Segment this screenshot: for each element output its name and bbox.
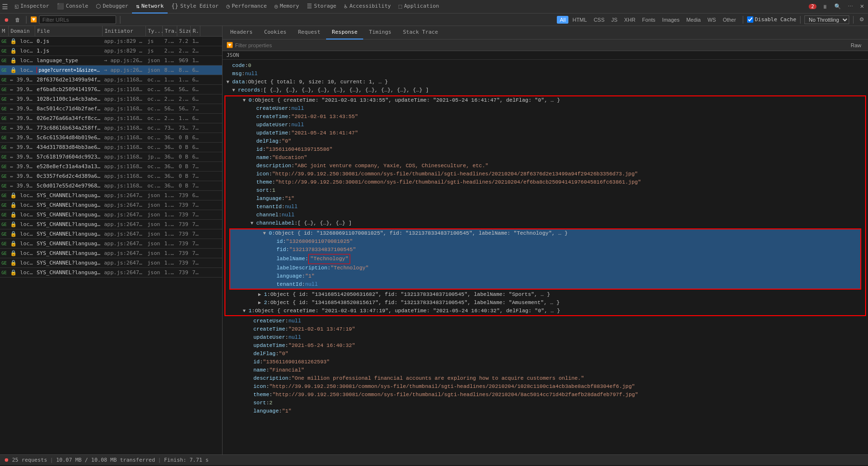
filter-type-media[interactable]: Media <box>684 16 704 24</box>
json-line[interactable]: createTime: "2021-02-01 13:43:55" <box>225 113 865 121</box>
pause-button[interactable]: ⏸ <box>820 3 829 11</box>
table-row[interactable]: GE ✏ 39.9... e528e8efc31a4a43a13c53cac23… <box>0 162 222 172</box>
json-line[interactable]: language: "1" <box>230 272 860 280</box>
json-line[interactable]: labelDescription: "Technology" <box>230 264 860 272</box>
more-button[interactable]: ⋯ <box>846 2 855 11</box>
devtools-tab-debugger[interactable]: ⬡Debugger <box>92 0 132 13</box>
json-line[interactable]: labelName: "Technology" <box>230 254 860 264</box>
tree-toggle[interactable]: ▼ <box>250 219 256 227</box>
detail-tab-stack-trace[interactable]: Stack Trace <box>397 26 444 40</box>
filter-type-other[interactable]: Other <box>720 16 739 24</box>
json-line[interactable]: id: "135611604613971558­6" <box>225 146 865 154</box>
json-line[interactable]: msg: null <box>223 70 868 78</box>
json-line[interactable]: tenantId: null <box>230 280 860 289</box>
json-line[interactable]: delFlag: "0" <box>225 137 865 146</box>
throttle-select[interactable]: No Throttling <box>804 15 849 24</box>
json-line[interactable]: ▼0: Object { createTime: "2021-02-01 13:… <box>225 96 865 105</box>
json-line[interactable]: ▼channelLabel: [ {…}, {…}, {…} ] <box>225 219 865 227</box>
tree-toggle[interactable]: ▼ <box>243 307 249 315</box>
json-line[interactable]: sort: 2 <box>223 399 868 407</box>
devtools-tab-style-editor[interactable]: {}Style Editor <box>168 0 223 13</box>
tree-toggle[interactable]: ▼ <box>226 78 232 86</box>
json-line[interactable]: theme: "http://39.99.192.250:30081/commo… <box>225 178 865 186</box>
json-line[interactable]: createTime: "2021-02-01 13:47:19" <box>223 325 868 333</box>
filter-input[interactable] <box>39 15 116 24</box>
devtools-tab-inspector[interactable]: ◱Inspector <box>11 0 53 13</box>
json-line[interactable]: ▶2: Object { id: "1341685438520815617", … <box>225 299 865 307</box>
json-line[interactable]: updateTime: "2021-05-24 16:41:47" <box>225 129 865 137</box>
json-line[interactable]: icon: "http://39.99.192.250:30081/common… <box>223 383 868 391</box>
filter-type-js[interactable]: JS <box>608 16 620 24</box>
filter-type-images[interactable]: Images <box>659 16 683 24</box>
json-line[interactable]: ▶1: Object { id: "1341685142050631682", … <box>225 291 865 299</box>
detail-tab-request[interactable]: Request <box>292 26 326 40</box>
table-row[interactable]: GE ✏ 39.9... 57c618197d604dc99232ed3fd0d… <box>0 152 222 162</box>
col-header-domain[interactable]: Domain <box>9 26 35 36</box>
tree-toggle[interactable]: ▶ <box>258 299 264 307</box>
json-line[interactable]: channel: null <box>225 211 865 219</box>
json-line[interactable]: name: "Education" <box>225 154 865 162</box>
filter-type-all[interactable]: All <box>557 16 568 24</box>
json-line[interactable]: description: "ABC joint venture company,… <box>225 162 865 170</box>
record-button[interactable]: ⏺ <box>2 16 11 24</box>
json-line[interactable]: code: 0 <box>223 62 868 70</box>
col-header-size[interactable]: Size <box>177 26 191 36</box>
table-row[interactable]: GE 🔒 loca... SYS_CHANNEL?language= app.j… <box>0 268 222 278</box>
col-header-method[interactable]: M <box>0 26 9 36</box>
close-button[interactable]: ✕ <box>858 2 866 11</box>
col-header-r[interactable]: R... <box>191 26 200 36</box>
json-line[interactable]: ▼1: Object { createTime: "2021-02-01 13:… <box>225 307 865 315</box>
table-row[interactable]: GE ✏ 39.9... 026e276a66a34fcf8cc3c825e2d… <box>0 114 222 123</box>
json-line[interactable]: description: "One million professional f… <box>223 374 868 383</box>
json-line[interactable]: id: "1356116901681262593" <box>223 358 868 366</box>
table-row[interactable]: GE 🔒 loca... SYS_CHANNEL?language= app.j… <box>0 200 222 210</box>
filter-type-ws[interactable]: WS <box>705 16 719 24</box>
devtools-tab-application[interactable]: ⬚Application <box>395 0 443 13</box>
devtools-tab-accessibility[interactable]: ♿Accessibility <box>340 0 395 13</box>
col-header-file[interactable]: File <box>35 26 103 36</box>
devtools-tab-console[interactable]: ⬛Console <box>53 0 92 13</box>
json-line[interactable]: sort: 1 <box>225 186 865 195</box>
table-row[interactable]: GE 🔒 loca... SYS_CHANNEL?language= app.j… <box>0 258 222 268</box>
response-filter-input[interactable] <box>235 42 846 48</box>
json-line[interactable]: ▼data: Object { total: 9, size: 10, curr… <box>223 78 868 86</box>
json-line[interactable]: id: "1326806911070081025" <box>230 238 860 246</box>
table-row[interactable]: GE 🔒 loca... SYS_CHANNEL?language= app.j… <box>0 239 222 249</box>
detail-tab-timings[interactable]: Timings <box>363 26 397 40</box>
table-row[interactable]: GE ✏ 39.9... 0c3357fe6d2c4d389a61a7ac36e… <box>0 172 222 181</box>
json-line[interactable]: updateTime: "2021-05-24 16:40:32" <box>223 342 868 350</box>
devtools-tab-memory[interactable]: ◎Memory <box>271 0 303 13</box>
table-row[interactable]: GE ✏ 39.9... 8ac5014cc71d4b2faefb28dadfe… <box>0 104 222 114</box>
json-line[interactable]: createUser: null <box>223 317 868 325</box>
tree-toggle[interactable]: ▼ <box>243 96 249 105</box>
table-row[interactable]: GE ✏ 39.9... 1028c1100c1a4cb3abe8acbf883… <box>0 94 222 104</box>
tree-toggle[interactable]: ▼ <box>263 229 269 238</box>
json-line[interactable]: ▼0: Object { id: "13268069110700810­25",… <box>230 229 860 238</box>
json-line[interactable]: fid: "1321378334837100545" <box>230 246 860 254</box>
table-row[interactable]: GE 🔒 loca... language_type → app.js:2647… <box>0 56 222 66</box>
search-button[interactable]: 🔍 <box>832 2 843 11</box>
filter-type-fonts[interactable]: Fonts <box>639 16 658 24</box>
filter-type-css[interactable]: CSS <box>591 16 607 24</box>
col-header-type[interactable]: Ty... <box>146 26 163 36</box>
json-line[interactable]: language: "1" <box>223 407 868 415</box>
clear-button[interactable]: 🗑 <box>13 16 22 24</box>
col-header-trans[interactable]: Tra... <box>163 26 177 36</box>
devtools-tab-storage[interactable]: ☰Storage <box>303 0 340 13</box>
tree-toggle[interactable]: ▼ <box>232 86 238 94</box>
detail-tab-headers[interactable]: Headers <box>224 26 258 40</box>
table-row[interactable]: GE 🔒 loca... SYS_CHANNEL?language= app.j… <box>0 220 222 229</box>
table-row[interactable]: GE 🔒 loca... SYS_CHANNEL?language= app.j… <box>0 210 222 220</box>
tree-toggle[interactable]: ▶ <box>258 291 264 299</box>
disable-cache-checkbox[interactable] <box>747 16 753 23</box>
disable-cache-label[interactable]: Disable Cache <box>747 16 796 23</box>
detail-tab-response[interactable]: Response <box>326 26 363 40</box>
table-row[interactable]: GE ✏ 39.9... 773c68616b634a258ffaaf4701a… <box>0 123 222 133</box>
json-line[interactable]: tenantId: null <box>225 203 865 211</box>
json-line[interactable]: language: "1" <box>225 195 865 203</box>
table-row[interactable]: GE ✏ 39.9... 5c6c615364d84b019e6648c6cc7… <box>0 133 222 143</box>
table-row[interactable]: GE ✏ 39.9... 28f6376d2e13499a94f29426b33… <box>0 75 222 85</box>
json-line[interactable]: updateUser: null <box>223 333 868 342</box>
table-row[interactable]: GE 🔒 loca... 1.js app.js:829 (… js 2.6..… <box>0 46 222 56</box>
json-line[interactable]: delFlag: "0" <box>223 350 868 358</box>
